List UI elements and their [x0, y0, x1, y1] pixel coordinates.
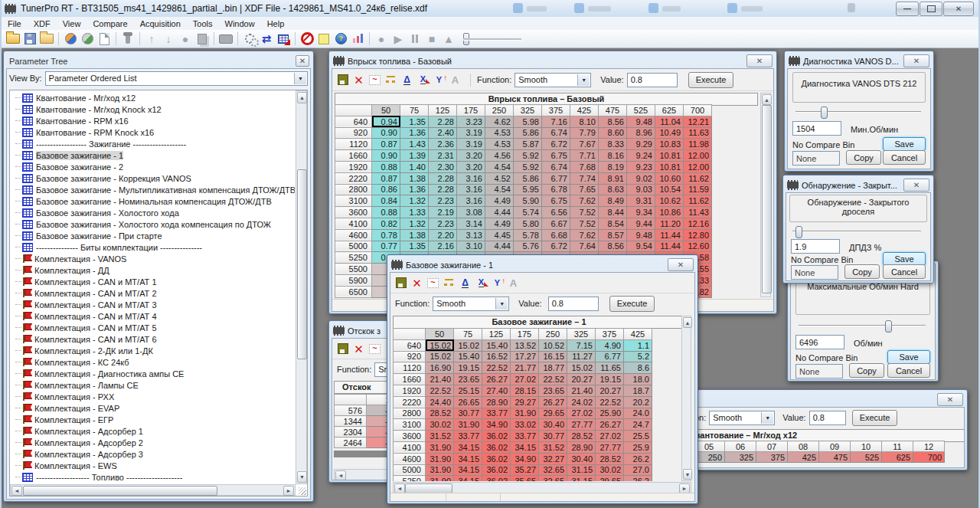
- copy-button[interactable]: Copy: [849, 363, 884, 378]
- table-cell[interactable]: 3.20: [457, 150, 485, 162]
- table-cell[interactable]: 7.67: [570, 139, 599, 150]
- table-cell[interactable]: 4.45: [485, 229, 514, 241]
- table-cell[interactable]: 28.15: [511, 385, 539, 396]
- table-cell[interactable]: 30.77: [454, 408, 482, 419]
- table-cell[interactable]: 12.00: [684, 161, 712, 172]
- table-cell[interactable]: 3.20: [457, 161, 485, 172]
- table-cell[interactable]: 10.49: [655, 127, 684, 139]
- table-cell[interactable]: 19.15: [596, 374, 624, 385]
- table-cell[interactable]: 2.28: [429, 184, 457, 195]
- table-cell[interactable]: 31.90: [511, 408, 539, 419]
- table-cell[interactable]: 0.90: [372, 127, 400, 139]
- table-cell[interactable]: 3.16: [457, 184, 485, 195]
- table-cell[interactable]: 8.6: [624, 362, 652, 374]
- table-cell[interactable]: 23.65: [454, 374, 482, 385]
- menu-item-view[interactable]: View: [57, 18, 87, 29]
- tree-item[interactable]: Комплектация - РХХ: [10, 391, 295, 402]
- table-cell[interactable]: 4.62: [485, 116, 514, 127]
- table-cell[interactable]: 10.83: [655, 139, 684, 150]
- table-cell[interactable]: 10.52: [539, 339, 567, 351]
- menu-item-compare[interactable]: Compare: [87, 18, 133, 29]
- table-cell[interactable]: 7.52: [570, 207, 599, 218]
- table-cell[interactable]: 8.10: [570, 116, 599, 127]
- table-cell[interactable]: 34.15: [454, 453, 482, 464]
- table-cell[interactable]: 9.48: [627, 116, 655, 127]
- table-cell[interactable]: 30.40: [567, 453, 596, 464]
- table-cell[interactable]: 12.21: [684, 116, 712, 127]
- table-cell[interactable]: 7.65: [570, 184, 599, 195]
- table-cell[interactable]: 2.23: [429, 195, 457, 207]
- table-cell[interactable]: 11.27: [567, 351, 596, 362]
- row-header[interactable]: 6500: [335, 286, 372, 297]
- table-cell[interactable]: 6.77: [596, 351, 624, 362]
- col-header[interactable]: 475: [599, 105, 627, 116]
- table-cell[interactable]: 0.78: [372, 229, 400, 241]
- table-cell[interactable]: 3.19: [457, 127, 485, 139]
- tree-item[interactable]: --------------- Биты комплектации ------…: [10, 241, 295, 253]
- table-cell[interactable]: 5.90: [514, 195, 542, 207]
- table-cell[interactable]: 2.20: [429, 229, 457, 241]
- tree-item[interactable]: Комплектация - EVAP: [10, 402, 295, 414]
- tree-item[interactable]: Базовое зажигание - Мультипликативная ко…: [10, 184, 295, 195]
- table-cell[interactable]: 5.87: [514, 139, 542, 150]
- maximize-button[interactable]: [920, 2, 942, 16]
- table-cell[interactable]: 27.02: [596, 431, 624, 442]
- table-cell[interactable]: 31.90: [454, 419, 482, 431]
- table-cell[interactable]: 1.1: [624, 339, 652, 351]
- tree-item[interactable]: Комплектация - КС 24кб: [10, 356, 295, 368]
- row-header[interactable]: 1920: [335, 161, 372, 172]
- table-cell[interactable]: 9.44: [627, 218, 655, 229]
- value-input[interactable]: 0.8: [627, 73, 678, 87]
- col-header[interactable]: 12: [913, 441, 945, 452]
- table-cell[interactable]: 25.15: [454, 385, 482, 396]
- table-cell[interactable]: 425: [788, 452, 819, 463]
- table-cell[interactable]: 6.77: [542, 172, 570, 184]
- menu-item-window[interactable]: Window: [219, 18, 261, 29]
- copy-button[interactable]: Copy: [844, 264, 880, 279]
- table-cell[interactable]: 8.44: [599, 207, 627, 218]
- table-cell[interactable]: 2.36: [429, 139, 457, 150]
- row-header[interactable]: 920: [335, 127, 372, 139]
- table-cell[interactable]: 18.0: [624, 374, 652, 385]
- v-scrollbar[interactable]: ▲: [760, 93, 771, 297]
- table-cell[interactable]: 8.57: [599, 229, 627, 241]
- tree-item[interactable]: Комплектация - EWS: [10, 460, 295, 471]
- col-header[interactable]: 175: [457, 105, 485, 116]
- tree-item[interactable]: Комплектация - CAN и МТ/АТ 6: [10, 333, 295, 345]
- table-cell[interactable]: 12.60: [684, 241, 712, 252]
- table-cell[interactable]: 31.90: [426, 453, 454, 464]
- tree-v-scrollbar[interactable]: ▲ ▼: [296, 90, 307, 484]
- table-cell[interactable]: 18.7: [624, 385, 652, 396]
- table-cell[interactable]: 15.02: [454, 339, 482, 351]
- table-cell[interactable]: 3.13: [457, 229, 485, 241]
- row-header[interactable]: 5250: [394, 476, 426, 481]
- table-cell[interactable]: 1.35: [400, 241, 429, 252]
- tree-item[interactable]: Комплектация - CAN и МТ/АТ 5: [10, 322, 295, 333]
- table-cell[interactable]: 33.77: [482, 408, 511, 419]
- row-header[interactable]: 2220: [394, 396, 426, 408]
- table-cell[interactable]: 11.63: [684, 127, 712, 139]
- table-cell[interactable]: 11.04: [655, 116, 684, 127]
- tree-item[interactable]: Впрыск топлива - Базовый: [10, 483, 295, 483]
- col-header[interactable]: 06: [725, 441, 756, 452]
- table-cell[interactable]: 30.02: [426, 419, 454, 431]
- table-cell[interactable]: 8.16: [599, 150, 627, 162]
- table-cell[interactable]: 11.43: [684, 207, 712, 218]
- table-cell[interactable]: 29.65: [539, 408, 567, 419]
- table-cell[interactable]: 17.27: [511, 351, 539, 362]
- table-cell[interactable]: 9.34: [627, 207, 655, 218]
- table-cell[interactable]: 13.52: [511, 339, 539, 351]
- table-cell[interactable]: 0.77: [372, 241, 400, 252]
- row-header[interactable]: 3100: [335, 195, 372, 207]
- col-header[interactable]: 125: [482, 329, 511, 340]
- cancel-button[interactable]: Cancel: [883, 264, 926, 279]
- table-cell[interactable]: 22.52: [482, 362, 511, 374]
- table-cell[interactable]: 0.90: [372, 150, 400, 162]
- tree-item[interactable]: Базовое зажигание - 2: [10, 161, 295, 172]
- tree-item[interactable]: Базовое зажигания - Холостого хода: [10, 207, 295, 218]
- table-cell[interactable]: 36.02: [482, 476, 511, 481]
- table-cell[interactable]: 26.2: [624, 453, 652, 464]
- window-close-button[interactable]: ✕: [903, 179, 929, 192]
- menu-item-file[interactable]: File: [2, 18, 28, 29]
- table-cell[interactable]: 11.20: [655, 218, 684, 229]
